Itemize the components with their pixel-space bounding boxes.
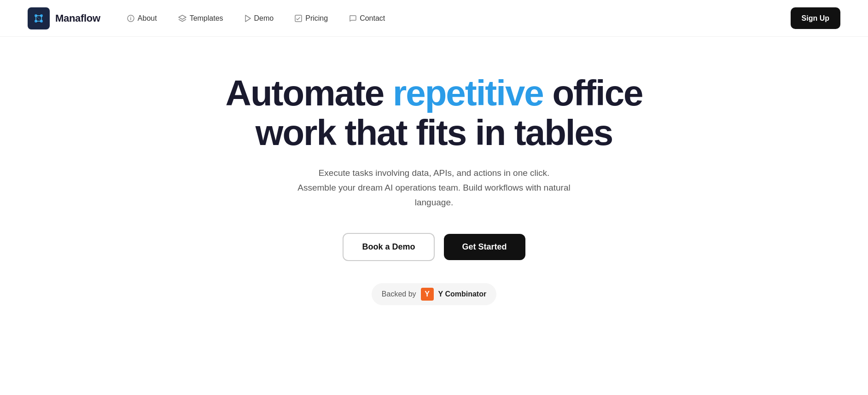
book-demo-button[interactable]: Book a Demo	[343, 233, 434, 261]
hero-title-highlight: repetitive	[393, 73, 543, 113]
hero-subtitle-line2: Assemble your dream AI operations team. …	[297, 183, 570, 207]
hero-subtitle: Execute tasks involving data, APIs, and …	[278, 166, 591, 210]
svg-text:i: i	[130, 16, 131, 21]
pricing-icon	[295, 15, 302, 22]
logo-icon	[28, 7, 50, 29]
yc-name: Y Combinator	[438, 290, 487, 298]
hero-subtitle-line1: Execute tasks involving data, APIs, and …	[319, 168, 550, 178]
hero-section: Automate repetitive office work that fit…	[0, 37, 868, 333]
nav-demo[interactable]: Demo	[236, 11, 282, 26]
hero-title-part2: office	[543, 73, 643, 113]
hero-buttons: Book a Demo Get Started	[343, 233, 525, 261]
logo-link[interactable]: Manaflow	[28, 7, 100, 29]
backed-label: Backed by	[382, 290, 416, 298]
navbar: Manaflow i About Templates	[0, 0, 868, 37]
signup-button[interactable]: Sign Up	[791, 7, 840, 29]
layers-icon	[178, 15, 186, 22]
hero-title-part1: Automate	[226, 73, 393, 113]
nav-contact-label: Contact	[360, 14, 385, 23]
nav-links: i About Templates Demo	[119, 11, 791, 26]
yc-logo: Y	[421, 288, 434, 301]
nav-templates[interactable]: Templates	[170, 11, 232, 26]
nav-templates-label: Templates	[190, 14, 223, 23]
nav-about[interactable]: i About	[119, 11, 165, 26]
play-icon	[245, 15, 251, 22]
nav-pricing[interactable]: Pricing	[286, 11, 336, 26]
backed-badge: Backed by Y Y Combinator	[372, 283, 496, 305]
info-icon: i	[127, 15, 134, 22]
nav-contact[interactable]: Contact	[341, 11, 393, 26]
nav-demo-label: Demo	[254, 14, 274, 23]
hero-title: Automate repetitive office work that fit…	[226, 74, 643, 153]
nav-about-label: About	[138, 14, 157, 23]
hero-title-line2: work that fits in tables	[256, 112, 612, 153]
nav-pricing-label: Pricing	[305, 14, 328, 23]
get-started-button[interactable]: Get Started	[444, 234, 525, 260]
chat-icon	[349, 15, 356, 22]
brand-name: Manaflow	[55, 12, 100, 24]
